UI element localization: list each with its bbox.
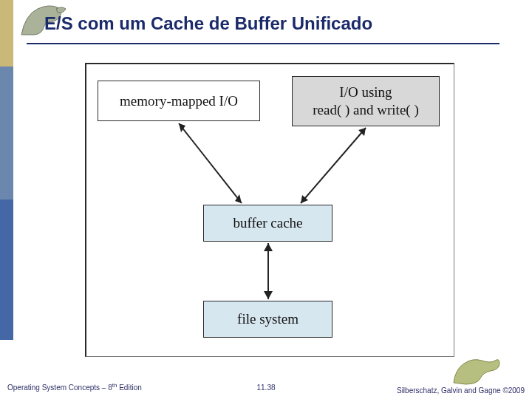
- svg-marker-2: [235, 194, 242, 203]
- slide-title: E/S com um Cache de Buffer Unificado: [44, 13, 372, 34]
- dinosaur-bottom-icon: [451, 353, 502, 386]
- diagram: memory-mapped I/O I/O using read( ) and …: [86, 64, 454, 356]
- svg-line-0: [179, 123, 242, 203]
- node-io-read-write: I/O using read( ) and write( ): [292, 76, 440, 126]
- node-buffer-cache: buffer cache: [203, 205, 332, 242]
- svg-marker-7: [264, 243, 273, 251]
- sidebar-gold-block: [0, 0, 13, 66]
- svg-marker-1: [179, 123, 185, 132]
- title-underline: [27, 43, 499, 44]
- slide: E/S com um Cache de Buffer Unificado mem…: [0, 0, 532, 399]
- node-label: file system: [237, 310, 299, 328]
- node-file-system: file system: [203, 301, 332, 338]
- sidebar-blue-block-lower: [0, 200, 13, 340]
- node-label: buffer cache: [233, 214, 302, 232]
- node-label: I/O using read( ) and write( ): [313, 83, 418, 119]
- svg-line-3: [301, 128, 366, 203]
- svg-marker-5: [301, 195, 308, 203]
- footer-authors: Silberschatz, Galvin and Gagne ©2009: [397, 386, 525, 395]
- sidebar-blue-block-upper: [0, 66, 13, 200]
- svg-marker-8: [264, 291, 273, 299]
- svg-marker-4: [358, 128, 366, 136]
- node-memory-mapped-io: memory-mapped I/O: [98, 81, 260, 121]
- diagram-frame: memory-mapped I/O I/O using read( ) and …: [85, 63, 454, 357]
- node-label: memory-mapped I/O: [120, 92, 238, 110]
